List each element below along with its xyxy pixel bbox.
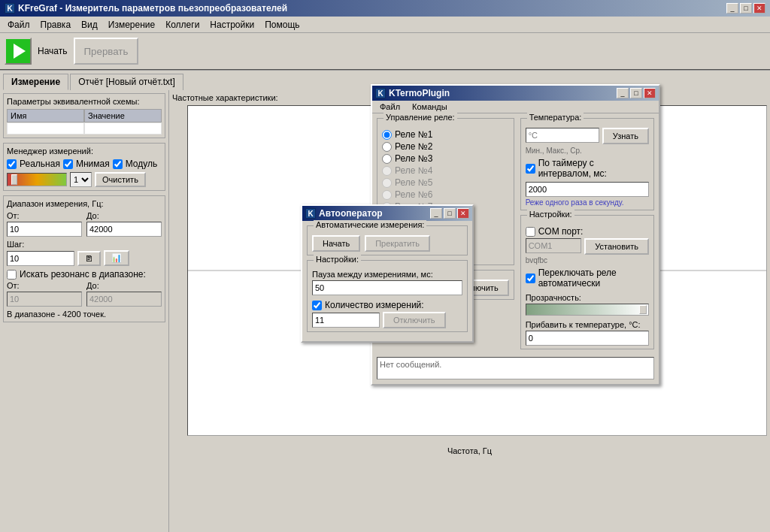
- relay-5-row: Реле №5: [382, 177, 509, 188]
- stop-button[interactable]: Прервать: [74, 38, 139, 65]
- range-to-col: До:: [86, 211, 162, 237]
- relay-2-label: Реле №2: [395, 141, 432, 152]
- cb-com[interactable]: [526, 227, 535, 237]
- relay-1-radio[interactable]: [382, 130, 392, 140]
- title-bar: K KFreGraf - Измеритель параметров пьезо…: [0, 0, 770, 17]
- termo-close[interactable]: ✕: [644, 88, 656, 98]
- com-input[interactable]: [526, 238, 582, 253]
- termo-maximize[interactable]: □: [630, 88, 642, 98]
- step-label: Шаг:: [7, 240, 162, 249]
- res-from-col: От:: [7, 281, 82, 307]
- range-group: Диапазон измерения, Гц: От: До: Шаг: 🖹 📊: [3, 195, 165, 322]
- timer-input[interactable]: [526, 182, 649, 197]
- count-label: Количество измерений:: [325, 300, 424, 310]
- termo-menu-commands[interactable]: Команды: [408, 101, 452, 112]
- cb-resonance[interactable]: [7, 270, 17, 280]
- start-button[interactable]: [5, 38, 32, 65]
- step-btn1[interactable]: 🖹: [77, 251, 101, 266]
- menu-help[interactable]: Помощь: [260, 18, 304, 32]
- relay-4-label: Реле №4: [395, 165, 432, 176]
- to-label: До:: [86, 211, 162, 220]
- termo-icon: K: [375, 88, 386, 98]
- termo-menu-file[interactable]: Файл: [375, 101, 405, 112]
- x-axis-label: Частота, Гц: [172, 446, 767, 455]
- params-table-row: [7, 122, 162, 135]
- cb-timer[interactable]: [526, 164, 535, 174]
- menu-colleagues[interactable]: Коллеги: [161, 18, 204, 32]
- menu-settings[interactable]: Настройки: [205, 18, 259, 32]
- auto-settings-title: Настройки:: [314, 255, 361, 264]
- disable-button[interactable]: Отключить: [383, 312, 446, 328]
- termo-minimize[interactable]: _: [617, 88, 629, 98]
- find-temp-button[interactable]: Узнать: [602, 128, 649, 144]
- temp-row: Узнать: [526, 128, 649, 144]
- cb-count[interactable]: [312, 301, 322, 310]
- resonance-range: От: До:: [7, 281, 162, 307]
- res-from-input[interactable]: [7, 292, 82, 307]
- auto-dialog: K Автооператор _ □ ✕ Автоматические изме…: [301, 204, 474, 343]
- auto-minimize[interactable]: _: [430, 208, 442, 219]
- set-com-button[interactable]: Установить: [584, 238, 649, 255]
- relay-3-radio[interactable]: [382, 154, 392, 164]
- cb-relay-auto[interactable]: [526, 274, 535, 283]
- app-title: KFreGraf - Измеритель параметров пьезопр…: [18, 3, 287, 14]
- count-input-row: Отключить: [312, 312, 462, 328]
- pause-label: Пауза между измерениями, мс:: [312, 270, 462, 279]
- temp-input[interactable]: [526, 128, 599, 143]
- res-to-input[interactable]: [86, 292, 162, 307]
- cb-imag[interactable]: [63, 159, 73, 169]
- equiv-params-group: Параметры эквивалентной схемы: Имя Значе…: [3, 93, 165, 138]
- manager-group: Менеджер измерений: Реальная Мнимая Моду…: [3, 143, 165, 191]
- cb-modul[interactable]: [113, 159, 123, 169]
- temp-hint: Мин., Макс., Ср.: [526, 147, 649, 155]
- to-input[interactable]: [86, 222, 162, 237]
- app-icon: K: [5, 3, 15, 14]
- minimize-button[interactable]: _: [726, 3, 738, 14]
- timer-hint: Реже одного раза в секунду.: [526, 198, 649, 207]
- relay-2-radio[interactable]: [382, 142, 392, 152]
- param-value-cell: [84, 122, 162, 135]
- cb-real[interactable]: [7, 159, 17, 169]
- menu-view[interactable]: Вид: [77, 18, 102, 32]
- maximize-button[interactable]: □: [740, 3, 752, 14]
- res-from-label: От:: [7, 281, 82, 290]
- window-controls: _ □ ✕: [726, 3, 765, 14]
- clear-button[interactable]: Очистить: [95, 172, 146, 187]
- relay-auto-row: Переключать реле автоматически: [526, 268, 649, 289]
- relay-5-label: Реле №5: [395, 177, 432, 188]
- auto-stop-button[interactable]: Прекратить: [365, 235, 430, 252]
- count-input[interactable]: [312, 313, 380, 328]
- step-input[interactable]: [7, 251, 74, 266]
- relay-3-row: Реле №3: [382, 153, 509, 164]
- menu-file[interactable]: Файл: [3, 18, 35, 32]
- res-to-label: До:: [86, 281, 162, 290]
- auto-content: Автоматические измерения: Начать Прекрат…: [302, 221, 472, 341]
- color-slider[interactable]: [7, 173, 67, 186]
- settings-group: Настройки: COM порт: Установить bvqfbc П…: [520, 215, 654, 349]
- auto-close[interactable]: ✕: [457, 208, 469, 219]
- pause-input[interactable]: [312, 280, 462, 295]
- menu-edit[interactable]: Правка: [36, 18, 76, 32]
- toolbar: Начать Прервать: [0, 33, 770, 71]
- menu-measure[interactable]: Измерение: [104, 18, 159, 32]
- relay-6-radio: [382, 190, 392, 200]
- tab-measurement[interactable]: Измерение: [3, 74, 68, 90]
- termo-menu: Файл Команды: [372, 101, 659, 113]
- cb-real-label: Реальная: [20, 159, 60, 169]
- select-channel[interactable]: 1: [70, 172, 92, 187]
- add-temp-input[interactable]: [526, 331, 649, 346]
- auto-icon: K: [305, 208, 316, 219]
- tab-report[interactable]: Отчёт [Новый отчёт.txt]: [70, 74, 183, 90]
- from-label: От:: [7, 211, 82, 220]
- equiv-params-title: Параметры эквивалентной схемы:: [7, 97, 162, 106]
- relay-3-label: Реле №3: [395, 153, 432, 164]
- auto-settings-group: Настройки: Пауза между измерениями, мс: …: [307, 260, 468, 332]
- from-input[interactable]: [7, 222, 82, 237]
- auto-start-button[interactable]: Начать: [312, 235, 360, 252]
- auto-maximize[interactable]: □: [444, 208, 456, 219]
- transparency-slider[interactable]: [526, 304, 649, 316]
- auto-title-bar: K Автооператор _ □ ✕: [302, 206, 472, 221]
- step-btn2[interactable]: 📊: [104, 250, 129, 266]
- close-button[interactable]: ✕: [753, 3, 765, 14]
- play-icon: [14, 44, 26, 59]
